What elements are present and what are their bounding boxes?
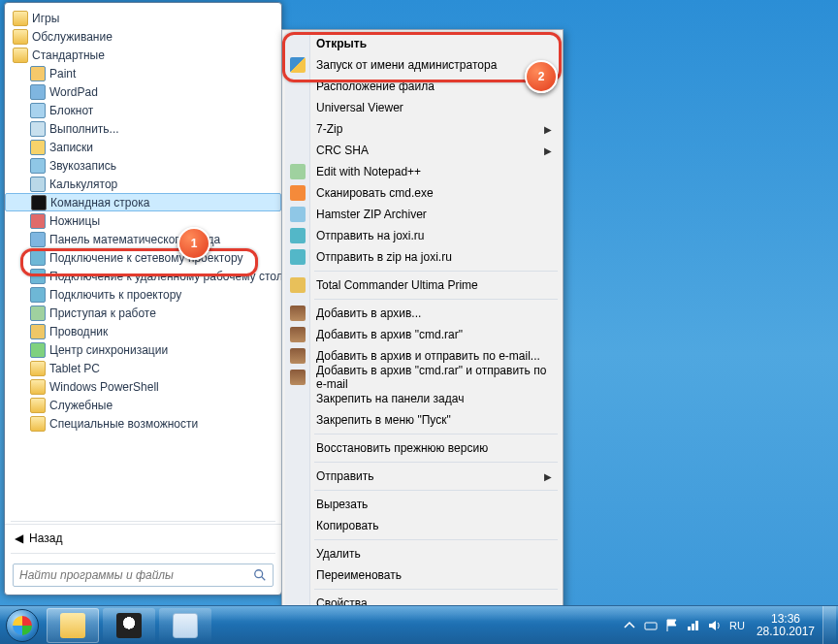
flag-icon[interactable] — [664, 618, 680, 633]
folder-icon — [13, 29, 28, 45]
menu-item-label: Копировать — [316, 519, 379, 532]
program-item[interactable]: Подключение к сетевому проектору — [5, 248, 281, 267]
program-item[interactable]: Выполнить... — [5, 119, 281, 138]
program-item[interactable]: Paint — [5, 64, 281, 82]
menu-item-label: Запуск от имени администратора — [316, 58, 497, 72]
tray-show-hidden-icon[interactable] — [622, 618, 637, 633]
menu-item[interactable]: Добавить в архив "cmd.rar" — [285, 324, 560, 345]
program-item[interactable]: Блокнот — [5, 101, 281, 119]
search-input[interactable] — [19, 568, 253, 582]
program-item[interactable]: Приступая к работе — [5, 304, 281, 322]
menu-item[interactable]: Закрепить на панели задач — [285, 388, 560, 409]
shield-icon — [290, 57, 306, 73]
menu-item-label: Удалить — [316, 547, 361, 561]
item-label: Служебные — [49, 399, 113, 412]
menu-separator — [314, 299, 558, 300]
menu-separator — [314, 490, 558, 491]
program-item[interactable]: Центр синхронизации — [5, 340, 281, 359]
language-indicator[interactable]: RU — [729, 620, 745, 631]
program-item[interactable]: Панель математического ввода — [5, 230, 281, 248]
svg-rect-2 — [645, 623, 657, 629]
run-icon — [30, 121, 46, 137]
tc-icon — [290, 277, 306, 293]
show-desktop-button[interactable] — [822, 606, 836, 645]
menu-item[interactable]: Edit with Notepad++ — [285, 161, 560, 182]
folder-item[interactable]: Игры — [5, 9, 281, 27]
program-item[interactable]: Ножницы — [5, 211, 281, 230]
menu-item[interactable]: Hamster ZIP Archiver — [285, 204, 560, 225]
menu-item[interactable]: Переименовать — [285, 564, 560, 586]
folder-icon — [30, 379, 46, 395]
network-icon[interactable] — [686, 618, 701, 633]
menu-item[interactable]: Открыть — [285, 33, 560, 54]
back-button[interactable]: ◀ Назад — [5, 524, 281, 551]
menu-separator — [314, 271, 558, 272]
annotation-callout-1: 1 — [177, 227, 210, 260]
menu-item-label: Отправить — [316, 469, 374, 483]
menu-item[interactable]: Вырезать — [285, 494, 560, 515]
menu-item[interactable]: Отправить на joxi.ru — [285, 225, 560, 246]
volume-icon[interactable] — [707, 618, 723, 633]
folder-item[interactable]: Стандартные — [5, 46, 281, 64]
clock[interactable]: 13:36 28.10.2017 — [749, 613, 822, 638]
menu-item[interactable]: Universal Viewer — [285, 97, 560, 118]
item-label: Windows PowerShell — [49, 380, 159, 394]
menu-item[interactable]: Отправить▶ — [285, 466, 560, 487]
cmd-icon — [31, 195, 47, 210]
program-item[interactable]: WordPad — [5, 82, 281, 101]
item-label: Обслуживание — [32, 30, 113, 44]
menu-item[interactable]: Копировать — [285, 515, 560, 536]
tray-icon[interactable] — [643, 618, 659, 633]
menu-item[interactable]: Удалить — [285, 543, 560, 564]
folder-item[interactable]: Tablet PC — [5, 359, 281, 377]
menu-item[interactable]: CRC SHA▶ — [285, 140, 560, 161]
start-button[interactable] — [0, 606, 45, 645]
menu-item[interactable]: Добавить в архив "cmd.rar" и отправить п… — [285, 367, 560, 388]
menu-item[interactable]: Восстановить прежнюю версию — [285, 437, 560, 459]
item-label: Центр синхронизации — [49, 343, 168, 357]
program-item[interactable]: Калькулятор — [5, 175, 281, 193]
menu-item[interactable]: Расположение файла — [285, 76, 560, 97]
separator — [11, 521, 275, 522]
program-item[interactable]: Записки — [5, 138, 281, 156]
program-item[interactable]: Звукозапись — [5, 156, 281, 175]
search-box[interactable] — [13, 564, 274, 587]
rar-icon — [290, 327, 306, 342]
folder-item[interactable]: Обслуживание — [5, 27, 281, 46]
menu-item[interactable]: Сканировать cmd.exe — [285, 182, 560, 204]
menu-separator — [314, 462, 558, 463]
menu-item-label: Переименовать — [316, 568, 402, 582]
rar-icon — [290, 370, 306, 385]
folder-item[interactable]: Windows PowerShell — [5, 377, 281, 396]
program-item[interactable]: Подключение к удаленному рабочему столу — [5, 267, 281, 285]
menu-item[interactable]: Запуск от имени администратора — [285, 54, 560, 76]
joxi-icon — [290, 228, 306, 243]
taskbar-item-app-document[interactable] — [159, 608, 211, 643]
taskbar-item-explorer[interactable] — [47, 608, 99, 643]
menu-item[interactable]: Закрепить в меню "Пуск" — [285, 409, 560, 431]
menu-item[interactable]: 7-Zip▶ — [285, 118, 560, 140]
folder-item[interactable]: Служебные — [5, 396, 281, 414]
program-item[interactable]: Командная строка — [5, 193, 281, 211]
menu-item[interactable]: Добавить в архив... — [285, 303, 560, 324]
avast-icon — [290, 185, 306, 201]
menu-item-label: 7-Zip — [316, 122, 342, 136]
taskbar-item-app-panda[interactable] — [103, 608, 155, 643]
separator — [11, 553, 275, 554]
program-item[interactable]: Проводник — [5, 322, 281, 340]
svg-point-0 — [255, 570, 263, 578]
item-label: Paint — [49, 67, 76, 80]
menu-item[interactable]: Total Commander Ultima Prime — [285, 274, 560, 296]
item-label: Подключение к удаленному рабочему столу — [49, 270, 281, 283]
program-item[interactable]: Подключить к проектору — [5, 285, 281, 304]
item-label: WordPad — [49, 85, 98, 99]
menu-separator — [314, 539, 558, 540]
sync-icon — [30, 342, 46, 358]
menu-item-label: Расположение файла — [316, 80, 435, 93]
item-label: Записки — [49, 141, 93, 154]
rar-icon — [290, 306, 306, 321]
menu-item-label: Universal Viewer — [316, 101, 403, 114]
menu-item-label: Открыть — [316, 37, 367, 50]
folder-item[interactable]: Специальные возможности — [5, 414, 281, 433]
menu-item[interactable]: Отправить в zip на joxi.ru — [285, 246, 560, 268]
